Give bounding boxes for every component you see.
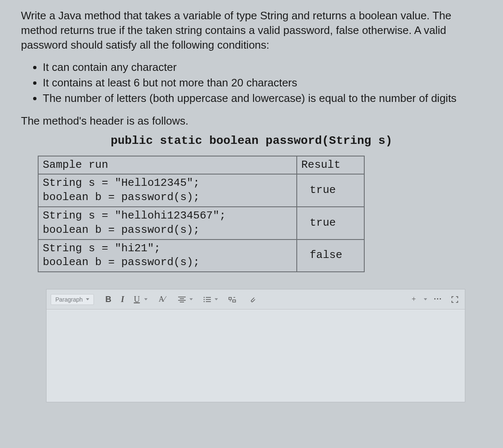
sample-table: Sample run Result String s = "Hello12345… [38,156,365,273]
code-header: public static boolean password(String s) [21,134,482,147]
more-button[interactable]: ··· [432,294,444,305]
underline-button[interactable]: U [131,294,143,305]
insert-button[interactable]: + [408,294,420,305]
sample-cell: String s = "Hello12345"; boolean b = pas… [38,174,297,207]
table-row: String s = "Hello12345"; boolean b = pas… [38,174,364,207]
condition-item: It can contain any character [43,60,482,75]
chevron-down-icon [86,298,89,300]
list-button[interactable] [201,294,213,305]
svg-point-4 [204,297,205,297]
result-cell: true [297,207,364,240]
table-header-result: Result [297,156,364,175]
chevron-down-icon [189,298,193,300]
conditions-list: It can contain any character It contains… [21,60,482,106]
paragraph-label: Paragraph [55,296,83,303]
svg-marker-11 [233,300,236,302]
table-header-sample: Sample run [38,156,297,175]
italic-button[interactable]: I [117,294,128,305]
chevron-down-icon [424,298,427,300]
sample-cell: String s = "hi21"; boolean b = password(… [38,240,297,272]
rich-text-editor: Paragraph B I U A⁄ + ··· [46,289,465,402]
svg-point-6 [204,299,205,300]
attach-button[interactable] [246,294,258,305]
chevron-down-icon [144,298,148,300]
sample-cell: String s = "hellohi1234567"; boolean b =… [38,207,297,240]
table-row: String s = "hellohi1234567"; boolean b =… [38,207,364,240]
result-cell: false [297,240,364,272]
align-button[interactable] [176,294,188,305]
paragraph-dropdown[interactable]: Paragraph [51,294,94,305]
condition-item: It contains at least 6 but not more than… [43,76,482,90]
bold-button[interactable]: B [102,294,114,305]
font-style-button[interactable]: A⁄ [156,294,168,305]
chevron-down-icon [215,298,218,300]
editor-textarea[interactable] [47,310,465,402]
media-button[interactable] [226,294,238,305]
method-header-intro: The method's header is as follows. [21,115,482,128]
result-cell: true [297,174,364,207]
editor-toolbar: Paragraph B I U A⁄ + ··· [47,289,465,310]
question-intro: Write a Java method that takes a variabl… [21,8,482,52]
svg-point-8 [204,301,205,302]
svg-marker-10 [229,297,231,300]
fullscreen-button[interactable] [449,294,461,305]
condition-item: The number of letters (both uppercase an… [43,91,482,106]
table-row: String s = "hi21"; boolean b = password(… [38,240,364,272]
